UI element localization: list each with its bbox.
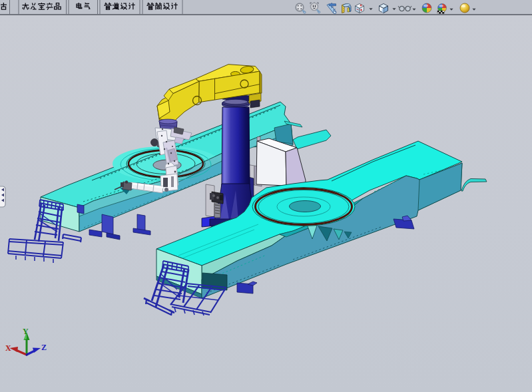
svg-text:Y: Y (23, 327, 29, 336)
svg-text:Z: Z (41, 343, 47, 352)
svg-text:X: X (5, 343, 11, 353)
